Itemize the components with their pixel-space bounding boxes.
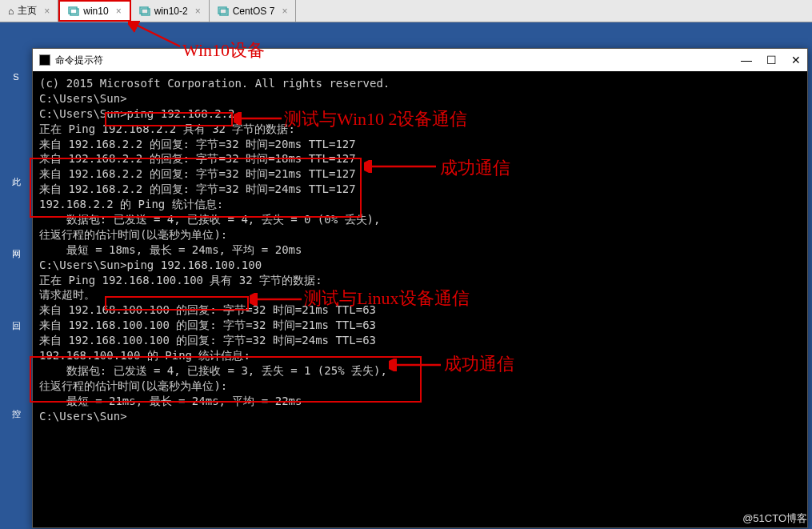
terminal-line: C:\Users\Sun> bbox=[39, 409, 801, 424]
cmd-icon bbox=[39, 54, 50, 66]
terminal-line: 来自 192.168.100.100 的回复: 字节=32 时间=24ms TT… bbox=[39, 333, 801, 348]
tab-home[interactable]: ⌂ 主页 × bbox=[0, 0, 58, 22]
vm-icon bbox=[218, 6, 229, 17]
terminal-content[interactable]: (c) 2015 Microsoft Corporation. All righ… bbox=[33, 71, 807, 428]
svg-line-6 bbox=[134, 24, 180, 46]
terminal-line: 来自 192.168.100.100 的回复: 字节=32 时间=21ms TT… bbox=[39, 303, 801, 318]
terminal-line: 来自 192.168.2.2 的回复: 字节=32 时间=20ms TTL=12… bbox=[39, 137, 801, 152]
terminal-line: 数据包: 已发送 = 4, 已接收 = 3, 丢失 = 1 (25% 丢失), bbox=[39, 363, 801, 379]
terminal-line: 来自 192.168.100.100 的回复: 字节=32 时间=21ms TT… bbox=[39, 318, 801, 333]
terminal-line: 请求超时。 bbox=[39, 287, 801, 303]
desktop-icon: 控 bbox=[8, 408, 24, 440]
desktop-icon: S bbox=[8, 72, 24, 104]
annotation-arrow bbox=[128, 21, 184, 50]
terminal-line: 192.168.100.100 的 Ping 统计信息: bbox=[39, 348, 801, 363]
terminal-line: 来自 192.168.2.2 的回复: 字节=32 时间=18ms TTL=12… bbox=[39, 151, 801, 166]
tab-win10[interactable]: win10 × bbox=[58, 0, 130, 22]
terminal-line: C:\Users\Sun> bbox=[39, 91, 801, 106]
close-icon[interactable]: × bbox=[116, 6, 122, 17]
terminal-line: 正在 Ping 192.168.100.100 具有 32 字节的数据: bbox=[39, 273, 801, 288]
tab-label: CentOS 7 bbox=[233, 6, 275, 17]
terminal-line: 来自 192.168.2.2 的回复: 字节=32 时间=21ms TTL=12… bbox=[39, 166, 801, 182]
vm-icon bbox=[139, 6, 150, 17]
terminal-line: 往返行程的估计时间(以毫秒为单位): bbox=[39, 227, 801, 242]
cmd-window: 命令提示符 — ☐ ✕ (c) 2015 Microsoft Corporati… bbox=[32, 48, 808, 528]
close-button[interactable]: ✕ bbox=[791, 54, 801, 66]
tab-label: win10 bbox=[83, 6, 108, 17]
terminal-line: (c) 2015 Microsoft Corporation. All righ… bbox=[39, 76, 801, 91]
window-title: 命令提示符 bbox=[55, 54, 103, 67]
maximize-button[interactable]: ☐ bbox=[766, 54, 777, 66]
close-icon[interactable]: × bbox=[282, 6, 287, 17]
tab-centos[interactable]: CentOS 7 × bbox=[210, 0, 297, 22]
terminal-line: 往返行程的估计时间(以毫秒为单位): bbox=[39, 379, 801, 394]
desktop-icon: 回 bbox=[8, 320, 24, 352]
tab-label: 主页 bbox=[18, 4, 37, 18]
terminal-line: 最短 = 21ms, 最长 = 24ms, 平均 = 22ms bbox=[39, 394, 801, 409]
close-icon[interactable]: × bbox=[44, 6, 50, 17]
terminal-line: C:\Users\Sun>ping 192.168.2.2 bbox=[39, 106, 801, 122]
close-icon[interactable]: × bbox=[195, 6, 201, 17]
terminal-line: 正在 Ping 192.168.2.2 具有 32 字节的数据: bbox=[39, 122, 801, 137]
desktop-icon: 此 bbox=[8, 176, 24, 208]
tab-win10-2[interactable]: win10-2 × bbox=[131, 0, 210, 22]
tab-bar: ⌂ 主页 × win10 × win10-2 × CentOS 7 × bbox=[0, 0, 812, 22]
desktop-icon: 网 bbox=[8, 248, 24, 280]
terminal-line: 数据包: 已发送 = 4, 已接收 = 4, 丢失 = 0 (0% 丢失), bbox=[39, 212, 801, 227]
terminal-line: 192.168.2.2 的 Ping 统计信息: bbox=[39, 197, 801, 212]
title-bar[interactable]: 命令提示符 — ☐ ✕ bbox=[33, 49, 807, 71]
terminal-line: 最短 = 18ms, 最长 = 24ms, 平均 = 20ms bbox=[39, 242, 801, 258]
vm-icon bbox=[68, 6, 79, 17]
home-icon: ⌂ bbox=[8, 6, 14, 17]
terminal-line: C:\Users\Sun>ping 192.168.100.100 bbox=[39, 258, 801, 273]
watermark: @51CTO博客 bbox=[742, 511, 807, 526]
minimize-button[interactable]: — bbox=[741, 54, 752, 66]
tab-label: win10-2 bbox=[154, 6, 188, 17]
terminal-line: 来自 192.168.2.2 的回复: 字节=32 时间=24ms TTL=12… bbox=[39, 182, 801, 197]
